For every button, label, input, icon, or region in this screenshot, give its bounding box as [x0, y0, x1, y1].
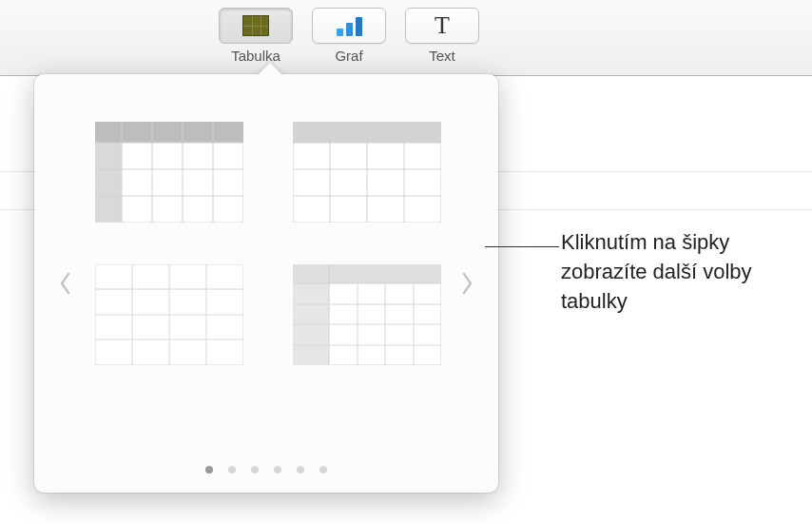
table-style-popover: [34, 74, 498, 493]
page-dot-1[interactable]: [205, 466, 213, 474]
toolbar-item-chart: Graf: [312, 8, 386, 64]
table-style-2[interactable]: [293, 122, 441, 223]
table-style-3[interactable]: [95, 264, 243, 365]
chart-label: Graf: [335, 48, 362, 64]
table-style-grid: [91, 122, 441, 365]
text-label: Text: [429, 48, 455, 64]
table-button[interactable]: [219, 8, 293, 44]
page-dot-3[interactable]: [251, 466, 259, 474]
text-icon: T: [435, 11, 450, 40]
table-style-4[interactable]: [293, 264, 441, 365]
svg-rect-1: [95, 122, 243, 143]
page-dot-5[interactable]: [297, 466, 304, 474]
next-page-button[interactable]: [454, 264, 481, 302]
chart-button[interactable]: [312, 8, 386, 44]
table-label: Tabulka: [231, 48, 280, 64]
annotation-text: Kliknutím na šipky zobrazíte další volby…: [561, 228, 812, 316]
toolbar: Tabulka Graf T Text: [0, 0, 812, 76]
page-dots: [205, 466, 327, 474]
toolbar-item-text: T Text: [405, 8, 479, 64]
svg-rect-2: [95, 143, 122, 223]
chevron-left-icon: [58, 270, 71, 297]
text-button[interactable]: T: [405, 8, 479, 44]
toolbar-item-table: Tabulka: [219, 8, 293, 64]
page-dot-6[interactable]: [319, 466, 327, 474]
annotation-line: [485, 246, 559, 247]
chart-icon: [337, 15, 362, 36]
svg-rect-26: [293, 264, 441, 283]
table-icon: [242, 15, 269, 36]
previous-page-button[interactable]: [51, 264, 78, 302]
chevron-right-icon: [461, 270, 474, 297]
page-dot-2[interactable]: [228, 466, 236, 474]
page-dot-4[interactable]: [274, 466, 281, 474]
table-style-1[interactable]: [95, 122, 243, 223]
